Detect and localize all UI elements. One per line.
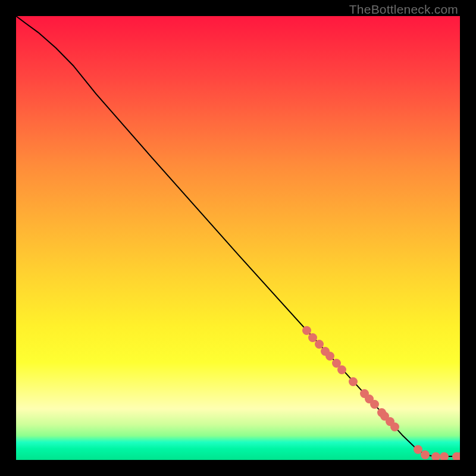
data-point <box>431 452 440 460</box>
plot-area <box>16 16 460 460</box>
curve-layer <box>16 16 460 460</box>
data-point <box>325 352 334 361</box>
data-point <box>421 450 430 459</box>
data-point <box>440 452 449 460</box>
data-point <box>370 400 379 409</box>
attribution-text: TheBottleneck.com <box>349 2 458 17</box>
data-point <box>390 422 399 431</box>
chart-frame: TheBottleneck.com <box>0 0 476 476</box>
